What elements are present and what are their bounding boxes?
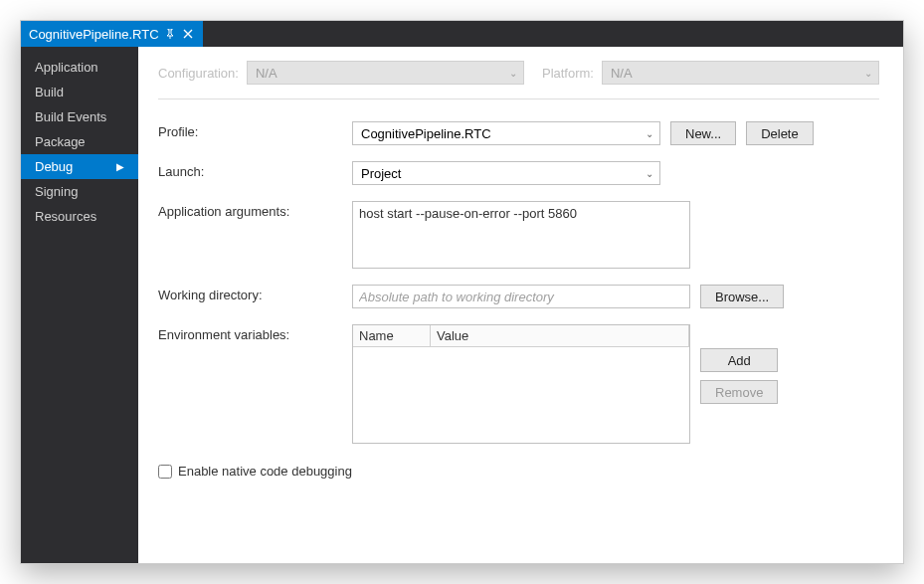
native-debugging-label[interactable]: Enable native code debugging [178,464,352,479]
configuration-label: Configuration: [158,66,239,81]
configuration-value: N/A [256,66,277,81]
env-grid-body[interactable] [353,347,689,443]
environment-variables-label: Environment variables: [158,324,352,444]
sidebar-item-build-events[interactable]: Build Events [21,104,138,129]
sidebar-item-label: Build [35,85,64,99]
browse-button[interactable]: Browse... [700,285,784,308]
working-directory-label: Working directory: [158,285,352,308]
chevron-down-icon: ⌄ [646,128,653,139]
sidebar-item-debug[interactable]: Debug ▶ [21,154,138,179]
sidebar-item-label: Resources [35,209,96,224]
profile-dropdown[interactable]: CognitivePipeline.RTC ⌄ [352,121,660,145]
project-properties-window: CognitivePipeline.RTC Application Build … [20,20,904,564]
chevron-right-icon: ▶ [116,161,124,172]
environment-variables-grid[interactable]: Name Value [352,324,690,444]
sidebar-item-label: Signing [35,184,78,199]
profile-label: Profile: [158,121,352,145]
sidebar-item-label: Build Events [35,109,106,124]
sidebar-item-package[interactable]: Package [21,129,138,154]
application-arguments-input[interactable] [352,201,690,269]
sidebar-item-label: Package [35,134,86,149]
sidebar-item-signing[interactable]: Signing [21,179,138,204]
remove-env-button: Remove [700,380,778,404]
env-name-column-header[interactable]: Name [353,325,431,346]
configuration-dropdown: N/A ⌄ [247,61,524,85]
platform-label: Platform: [542,66,594,81]
launch-dropdown[interactable]: Project ⌄ [352,161,660,185]
add-env-button[interactable]: Add [700,348,778,372]
native-debugging-checkbox[interactable] [158,465,172,479]
platform-dropdown: N/A ⌄ [602,61,879,85]
document-tab-bar: CognitivePipeline.RTC [21,21,903,47]
working-directory-input[interactable] [352,285,690,308]
launch-value: Project [361,166,401,181]
document-tab-title: CognitivePipeline.RTC [29,27,159,42]
chevron-down-icon: ⌄ [509,68,517,79]
close-icon[interactable] [181,27,195,41]
delete-profile-button[interactable]: Delete [746,121,814,145]
sidebar-item-build[interactable]: Build [21,80,138,104]
new-profile-button[interactable]: New... [670,121,736,145]
sidebar-item-label: Application [35,60,98,75]
launch-label: Launch: [158,161,352,185]
env-value-column-header[interactable]: Value [431,325,689,346]
platform-value: N/A [611,66,633,81]
debug-properties-panel: Configuration: N/A ⌄ Platform: N/A ⌄ Pro… [138,47,903,563]
chevron-down-icon: ⌄ [864,68,872,79]
sidebar-item-label: Debug [35,159,73,174]
properties-sidebar: Application Build Build Events Package D… [21,47,138,563]
profile-value: CognitivePipeline.RTC [361,126,491,141]
document-tab-active[interactable]: CognitivePipeline.RTC [21,21,203,47]
application-arguments-label: Application arguments: [158,201,352,269]
chevron-down-icon: ⌄ [646,168,653,179]
sidebar-item-resources[interactable]: Resources [21,204,138,229]
env-grid-header: Name Value [353,325,689,347]
pin-icon[interactable] [165,29,175,39]
sidebar-item-application[interactable]: Application [21,55,138,80]
